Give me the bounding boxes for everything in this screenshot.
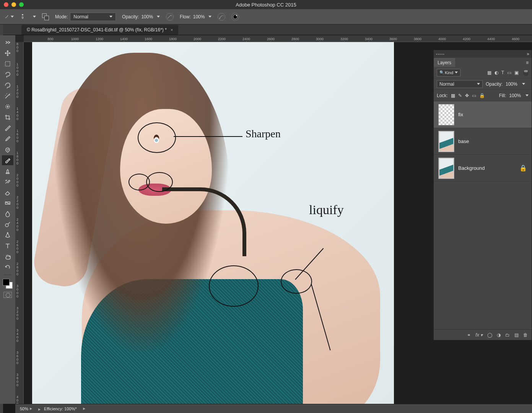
zoom-value: 50% [20,406,28,411]
magic-wand-tool[interactable] [2,91,13,101]
annotation-circle-eye [138,122,176,153]
fill-value[interactable]: 100% [509,93,521,98]
ruler-tick: 800 [16,42,18,53]
layer-thumbnail[interactable] [438,131,454,152]
quick-mask-toggle[interactable] [3,292,12,298]
document-tab[interactable]: © RosaBrighid_20150727-DSC_0341-Edit.tif… [21,25,178,35]
layer-blend-mode-select[interactable]: Normal [437,80,483,88]
layer-blend-value: Normal [439,81,454,87]
lock-artboard-icon[interactable]: ▭ [472,93,476,98]
pen-tool[interactable] [2,230,13,240]
chevron-down-icon [109,16,112,18]
panel-menu-icon[interactable]: ≡ [523,59,532,67]
chevron-down-icon[interactable] [525,94,529,96]
chevron-down-icon[interactable] [522,83,525,85]
gradient-tool[interactable] [2,198,13,208]
chevron-down-icon[interactable] [33,16,36,18]
move-tool[interactable] [2,48,13,58]
panel-grip-icon[interactable]: ▪▪▪▪▪ [436,52,445,56]
opacity-value[interactable]: 100% [141,14,153,20]
lock-all-icon[interactable]: 🔒 [479,93,485,98]
new-group-icon[interactable]: 🗀 [505,332,510,338]
rect-marquee-tool[interactable] [2,59,13,69]
chevron-down-icon[interactable] [208,16,211,18]
ruler-tick: 1200 [16,85,18,99]
tool-preset-picker[interactable] [5,12,14,21]
chevron-down-icon [11,16,14,18]
lock-image-icon[interactable]: ✎ [458,93,462,98]
filter-adjust-icon[interactable]: ◐ [495,70,498,75]
flow-value[interactable]: 100% [193,14,205,20]
crop-tool[interactable] [2,112,13,122]
layer-filter-kind[interactable]: 🔍Kind [437,69,460,76]
canvas[interactable]: Sharpen liquify [32,42,394,404]
hand-tool[interactable] [2,252,13,262]
airbrush-toggle[interactable] [218,13,225,21]
eyedropper-tool[interactable] [2,134,13,144]
patch-tool[interactable] [2,145,13,154]
blur-tool[interactable] [2,209,13,219]
rotate-view-tool[interactable] [2,262,13,272]
filter-type-icon[interactable]: T [501,70,504,75]
ruler-vertical[interactable]: 8001000120014001600180020002200240026002… [15,42,24,404]
brush-tool[interactable] [2,155,13,165]
layer-thumbnail[interactable] [438,158,454,179]
type-tool[interactable] [2,241,13,251]
pressure-size-toggle[interactable] [231,13,239,21]
new-layer-icon[interactable]: ▤ [514,332,519,338]
quick-select-tool[interactable] [2,102,13,112]
filter-smart-icon[interactable]: ▣ [514,70,519,75]
status-efficiency[interactable]: Efficiency: 100%* [38,406,76,411]
ruler-tick: 2000 [194,37,201,41]
dodge-tool[interactable] [2,220,13,229]
close-icon[interactable]: × [171,28,173,32]
lock-position-icon[interactable]: ✥ [465,93,469,98]
layer-row[interactable]: 👁fix [434,101,532,128]
zoom-level[interactable]: 50% ▶ [20,406,32,411]
blend-mode-select[interactable]: Normal [70,13,116,21]
layer-name[interactable]: Background [458,165,485,171]
ruler-tick: 1600 [145,37,152,41]
ruler-tick: 3800 [16,373,18,387]
lock-transparent-icon[interactable]: ▩ [451,93,455,98]
slice-tool[interactable] [2,123,13,133]
layer-name[interactable]: base [458,138,469,144]
ruler-tick: 1800 [169,37,177,41]
mode-label: Mode: [55,14,68,20]
layer-row[interactable]: Background🔒 [434,155,532,182]
svg-rect-3 [5,62,10,66]
collapse-toolbox[interactable] [2,37,13,47]
eraser-tool[interactable] [2,187,13,197]
filter-toggle[interactable] [523,69,529,76]
layer-opacity-value[interactable]: 100% [506,81,517,87]
tab-layers[interactable]: Layers [434,58,455,67]
ruler-tick: 3200 [340,37,348,41]
new-adjustment-icon[interactable]: ◑ [497,332,501,338]
brush-preset-picker[interactable]: 9 [20,14,25,20]
foreground-background-color[interactable] [3,279,13,289]
layer-name[interactable]: fix [458,112,463,117]
chevron-down-icon [455,72,458,73]
clone-stamp-tool[interactable] [2,166,13,176]
pressure-opacity-toggle[interactable] [166,13,174,21]
ruler-tick: 3200 [16,307,18,320]
filter-pixel-icon[interactable]: ▦ [487,70,491,75]
history-brush-tool[interactable] [2,177,13,187]
layer-row[interactable]: 👁base [434,128,532,155]
link-layers-icon[interactable]: ⚭ [467,332,471,338]
layer-fx-icon[interactable]: fx ▾ [475,332,483,338]
filter-shape-icon[interactable]: ▭ [507,70,511,75]
add-mask-icon[interactable]: ◯ [487,332,492,338]
ruler-horizontal[interactable]: 8001000120014001600180020002200240026002… [24,35,532,42]
lock-label: Lock: [437,93,448,98]
collapse-panel-icon[interactable]: » [527,51,529,57]
lasso-tool[interactable] [2,70,13,80]
chevron-right-icon[interactable]: ▶ [83,407,85,410]
panel-header[interactable]: ▪▪▪▪▪ » [434,50,532,58]
layer-thumbnail[interactable] [438,104,454,125]
delete-layer-icon[interactable]: 🗑 [523,332,528,338]
brush-panel-toggle[interactable] [42,13,49,20]
annotation-circle-strap [281,269,312,294]
chevron-down-icon[interactable] [157,16,160,18]
object-select-tool[interactable] [2,80,13,90]
